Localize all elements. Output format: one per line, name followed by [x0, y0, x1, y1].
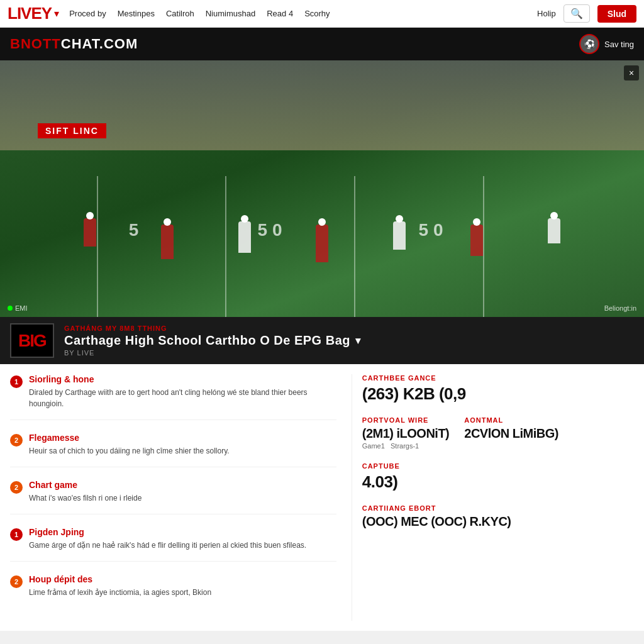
- stat-col-portvoal: PORTVOAL WIRE (2M1) iLOONiT) Game1 Strar…: [362, 416, 450, 450]
- nav-item-mestinpes[interactable]: Mestinpes: [118, 9, 155, 18]
- site-logo: LIVEY: [8, 4, 52, 23]
- players-area: [32, 137, 612, 265]
- top-nav: LIVEY ▾ Proced by Mestinpes Catilroh Niu…: [0, 0, 644, 28]
- main-content: 1 Siorling & hone Diraled by Carthage wi…: [0, 364, 644, 631]
- game-sub-text: Game1: [362, 442, 385, 450]
- chevron-down-icon[interactable]: ▾: [355, 335, 361, 347]
- strings-sub-text: Strargs-1: [391, 442, 419, 450]
- stat-portvoal: PORTVOAL WIRE (2M1) iLOONiT) Game1 Strar…: [362, 416, 634, 450]
- nav-item-read4[interactable]: Read 4: [267, 9, 293, 18]
- carthbee-gance-label: CARTHBEE GANCE: [362, 374, 634, 382]
- portvoal-wire-value: (2M1) iLOONiT): [362, 426, 450, 441]
- bullet-2: 2: [10, 434, 23, 447]
- video-placeholder: 5 5 0 5 0 SIFT LINC EMI Beliongt:in: [0, 60, 644, 317]
- player-7: [548, 218, 560, 243]
- close-button[interactable]: ×: [624, 65, 639, 80]
- news-headline-2[interactable]: Flegamesse: [29, 433, 230, 443]
- right-column: CARTHBEE GANCE (263) K2B (0,9 PORTVOAL W…: [352, 374, 634, 621]
- nav-item-niumimushad[interactable]: Niumimushad: [206, 9, 255, 18]
- video-brand: Beliongt:in: [604, 304, 636, 312]
- cartiiang-ebort-value: (OOC) MEC (OOC) R.KYC): [362, 514, 634, 529]
- logo-text: LIVE: [8, 4, 42, 23]
- game-category: GATHÁNG MY 8M8 TTHING: [64, 325, 634, 332]
- news-text-3: What i's wao'es filsh ri one i rleide: [29, 492, 142, 504]
- big-logo: BIG: [10, 323, 54, 358]
- aontmal-label: AONTMAL: [464, 416, 558, 424]
- news-body-4: Pigden Jping Game árge of dặn ne haẻ rai…: [29, 527, 306, 551]
- news-item-2: 2 Flegamesse Heuir sa of chich to you dá…: [10, 433, 336, 467]
- carthbee-gance-value: (263) K2B (0,9: [362, 384, 634, 404]
- live-label: EMI: [15, 304, 28, 312]
- game-title-area: GATHÁNG MY 8M8 TTHING Carthage High Scho…: [64, 325, 634, 357]
- avatar: ⚽: [579, 34, 599, 54]
- brand-red: BNOTT: [10, 36, 61, 52]
- logo-accent: Y: [42, 4, 52, 23]
- news-item-3: 2 Chart game What i's wao'es filsh ri on…: [10, 480, 336, 514]
- news-body-2: Flegamesse Heuir sa of chich to you dáii…: [29, 433, 230, 457]
- game-title-text: Carthage High School Carthbo O De EPG Ba…: [64, 333, 350, 348]
- portvoal-wire-label: PORTVOAL WIRE: [362, 416, 450, 424]
- video-watermark: EMI: [8, 304, 28, 312]
- save-link[interactable]: Sav ting: [604, 40, 634, 49]
- player-6: [470, 225, 483, 256]
- news-text-2: Heuir sa of chich to you dáiing ne ligh …: [29, 445, 230, 457]
- big-logo-text: BIG: [18, 332, 46, 350]
- logo-chevron-icon[interactable]: ▾: [54, 8, 59, 19]
- video-container: 5 5 0 5 0 SIFT LINC EMI Beliongt:in ×: [0, 60, 644, 317]
- stat-captube: CAPTUBE 4.03): [362, 462, 634, 492]
- nav-items: Proced by Mestinpes Catilroh Niumimushad…: [69, 9, 537, 18]
- aontmal-value: 2CVlON LiMiBG): [464, 426, 558, 441]
- player-2: [161, 225, 174, 259]
- stat-cartiiang: CARTIIANG EBORT (OOC) MEC (OOC) R.KYC): [362, 504, 634, 529]
- news-item-1: 1 Siorling & hone Diraled by Carthage wi…: [10, 374, 336, 420]
- captube-value: 4.03): [362, 472, 634, 492]
- player-3: [238, 221, 251, 253]
- news-body-5: Houp dépit des Lime frảma of lexih ảye i…: [29, 574, 211, 598]
- slud-button[interactable]: Slud: [597, 5, 636, 23]
- scoreboard: SIFT LINC: [38, 123, 106, 138]
- captube-label: CAPTUBE: [362, 462, 634, 470]
- player-5: [393, 221, 406, 250]
- news-text-5: Lime frảma of lexih ảye inctiomia, ia ag…: [29, 587, 211, 598]
- search-button[interactable]: 🔍: [564, 4, 590, 23]
- stat-col-aontmal: AONTMAL 2CVlON LiMiBG): [464, 416, 558, 441]
- news-headline-4[interactable]: Pigden Jping: [29, 527, 306, 537]
- brand-logo: BNOTTCHAT.COM: [10, 36, 138, 52]
- nav-item-proced[interactable]: Proced by: [69, 9, 106, 18]
- news-headline-3[interactable]: Chart game: [29, 480, 142, 490]
- news-headline-5[interactable]: Houp dépit des: [29, 574, 211, 584]
- nav-right: Holip 🔍 Slud: [537, 4, 636, 23]
- nav-item-catilroh[interactable]: Catilroh: [166, 9, 194, 18]
- news-text-1: Diraled by Carthage wiith are to gert ho…: [29, 387, 336, 409]
- game-by: BY LIVE: [64, 349, 634, 357]
- news-text-4: Game árge of dặn ne haẻ raik's hád e fli…: [29, 540, 306, 551]
- game-title: Carthage High School Carthbo O De EPG Ba…: [64, 333, 634, 348]
- bullet-3: 2: [10, 481, 23, 494]
- bullet-1: 1: [10, 375, 23, 388]
- bullet-4: 1: [10, 528, 23, 541]
- player-1: [84, 218, 96, 247]
- bullet-5: 2: [10, 575, 23, 588]
- site-header: BNOTTCHAT.COM ⚽ Sav ting: [0, 28, 644, 60]
- stat-carthbee-gance: CARTHBEE GANCE (263) K2B (0,9: [362, 374, 634, 404]
- nav-item-scorhy[interactable]: Scorhy: [304, 9, 330, 18]
- news-item-5: 2 Houp dépit des Lime frảma of lexih ảye…: [10, 574, 336, 608]
- cartiiang-ebort-label: CARTIIANG EBORT: [362, 504, 634, 512]
- game-sub: Game1 Strargs-1: [362, 442, 450, 450]
- left-column: 1 Siorling & hone Diraled by Carthage wi…: [10, 374, 336, 621]
- game-info-bar: BIG GATHÁNG MY 8M8 TTHING Carthage High …: [0, 317, 644, 364]
- news-body-3: Chart game What i's wao'es filsh ri one …: [29, 480, 142, 504]
- header-right: ⚽ Sav ting: [579, 34, 634, 54]
- news-item-4: 1 Pigden Jping Game árge of dặn ne haẻ r…: [10, 527, 336, 562]
- live-dot: [8, 306, 13, 311]
- stat-row-portvoal: PORTVOAL WIRE (2M1) iLOONiT) Game1 Strar…: [362, 416, 634, 450]
- player-4: [316, 225, 328, 262]
- news-headline-1[interactable]: Siorling & hone: [29, 374, 336, 384]
- news-body-1: Siorling & hone Diraled by Carthage wiit…: [29, 374, 336, 409]
- help-link[interactable]: Holip: [537, 9, 556, 18]
- brand-white: CHAT.COM: [61, 36, 138, 52]
